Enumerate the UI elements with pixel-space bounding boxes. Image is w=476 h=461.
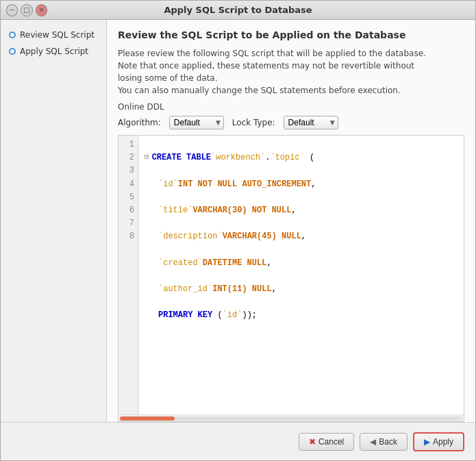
desc-line-1: Please review the following SQL script t… xyxy=(118,49,426,58)
algorithm-select[interactable]: Default Inplace Copy xyxy=(169,116,224,129)
sidebar: Review SQL Script Apply SQL Script xyxy=(1,20,107,422)
lock-type-select-wrapper[interactable]: Default None Shared Exclusive xyxy=(284,116,338,129)
sidebar-label-review: Review SQL Script xyxy=(20,30,95,40)
main-title: Review the SQL Script to be Applied on t… xyxy=(118,29,464,40)
code-content[interactable]: ⊟CREATE TABLE `workbench`.`topic` ( `id`… xyxy=(139,136,464,414)
content-area: Review SQL Script Apply SQL Script Revie… xyxy=(1,20,475,422)
scrollbar-track xyxy=(120,416,462,421)
algorithm-select-wrapper[interactable]: Default Inplace Copy xyxy=(169,116,224,129)
lock-type-label: Lock Type: xyxy=(232,118,275,127)
desc-line-4: You can also manually change the SQL sta… xyxy=(118,86,401,95)
sidebar-bullet-apply xyxy=(9,48,16,55)
apply-button[interactable]: ▶ Apply xyxy=(413,432,464,451)
back-button[interactable]: ◀ Back xyxy=(360,433,408,451)
cancel-label: Cancel xyxy=(318,437,344,447)
sidebar-item-review[interactable]: Review SQL Script xyxy=(6,28,101,42)
sidebar-label-apply: Apply SQL Script xyxy=(20,47,88,56)
desc-line-2: Note that once applied, these statements… xyxy=(118,61,414,71)
title-bar: − □ ✕ Apply SQL Script to Database xyxy=(1,1,475,20)
minimize-button[interactable]: − xyxy=(6,4,18,16)
sidebar-item-apply[interactable]: Apply SQL Script xyxy=(6,45,101,58)
main-panel: Review the SQL Script to be Applied on t… xyxy=(107,20,475,422)
cancel-button[interactable]: ✖ Cancel xyxy=(299,433,354,451)
window-title: Apply SQL Script to Database xyxy=(47,5,429,15)
line-numbers: 1 2 3 4 5 6 7 8 xyxy=(118,136,139,414)
sidebar-bullet-review xyxy=(9,32,16,38)
desc-line-3: losing some of the data. xyxy=(118,73,218,83)
online-ddl-label: Online DDL xyxy=(118,102,464,112)
apply-label: Apply xyxy=(433,437,453,447)
cancel-icon: ✖ xyxy=(309,437,316,447)
code-area-wrapper: 1 2 3 4 5 6 7 8 ⊟CREATE TABLE `workbench… xyxy=(118,135,464,422)
apply-icon: ▶ xyxy=(424,437,430,447)
horizontal-scrollbar[interactable] xyxy=(118,414,464,421)
app-window: − □ ✕ Apply SQL Script to Database Revie… xyxy=(0,0,476,461)
back-icon: ◀ xyxy=(370,437,376,447)
close-button[interactable]: ✕ xyxy=(36,4,47,16)
back-label: Back xyxy=(379,437,397,447)
footer: ✖ Cancel ◀ Back ▶ Apply xyxy=(1,422,475,460)
ddl-controls: Algorithm: Default Inplace Copy Lock Typ… xyxy=(118,116,464,129)
lock-type-select[interactable]: Default None Shared Exclusive xyxy=(284,116,338,129)
description: Please review the following SQL script t… xyxy=(118,47,464,97)
code-area[interactable]: 1 2 3 4 5 6 7 8 ⊟CREATE TABLE `workbench… xyxy=(118,136,464,414)
scrollbar-thumb[interactable] xyxy=(120,416,175,421)
maximize-button[interactable]: □ xyxy=(21,4,32,16)
algorithm-label: Algorithm: xyxy=(118,118,161,127)
